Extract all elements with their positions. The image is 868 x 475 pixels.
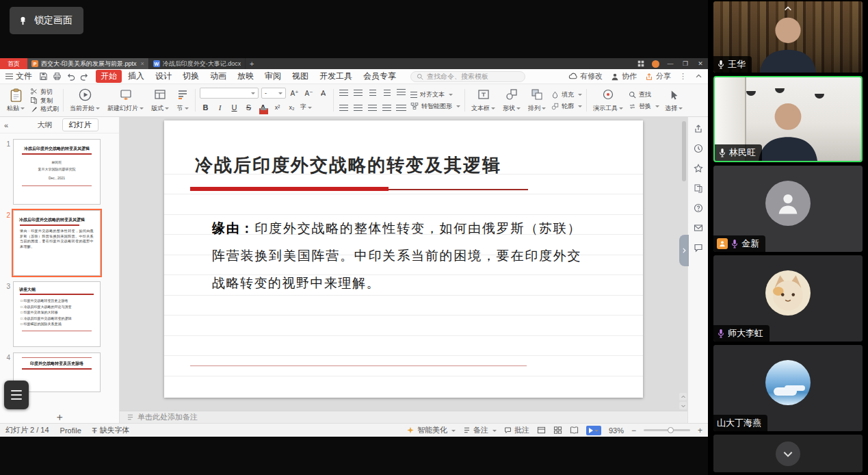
collapse-panel-icon[interactable]: « [4,121,8,129]
participant-tile-shandadinghaiyan[interactable]: 山大丁海燕 [713,345,863,431]
reading-view-icon[interactable] [570,426,579,435]
cut-button[interactable]: 剪切 [30,88,59,96]
participant-tile-shidalihong[interactable]: 师大李虹 [713,255,863,342]
numbered-list-button[interactable] [352,87,364,99]
convert-smartart-button[interactable]: 转智能图形 [410,102,460,110]
distribute-button[interactable] [395,102,407,114]
scroll-participants-down-button[interactable] [776,441,800,466]
expand-panel-handle[interactable] [679,235,689,266]
minimize-icon[interactable]: — [663,58,678,69]
close-icon[interactable]: ✕ [693,58,708,69]
increase-font-button[interactable]: A⁺ [289,88,300,99]
add-slide-button[interactable]: ＋ [55,411,65,422]
new-slide-button[interactable]: 新建幻灯片 [105,87,146,114]
font-color-button[interactable]: A [257,101,269,113]
star-icon[interactable] [694,164,703,173]
user-avatar[interactable] [652,60,659,68]
align-right-button[interactable] [367,102,378,114]
notes-toggle-button[interactable]: 备注 [463,425,497,435]
normal-view-icon[interactable] [537,426,546,435]
zoom-level[interactable]: 93% [609,426,624,435]
slide-thumbnail-3[interactable]: 3 讲座大纲 印度外交战略转变历史之脉络 冷战后印度大战略的辩论与演变 印度外交… [1,281,116,347]
menu-slideshow[interactable]: 放映 [233,70,259,83]
section-button[interactable]: 节 [174,87,191,114]
file-menu[interactable]: 文件 [5,70,32,82]
smart-beautify-button[interactable]: 智能美化 [406,425,456,435]
textbox-button[interactable]: 文本框 [469,87,497,114]
zoom-in-button[interactable]: + [698,426,702,435]
document-tab-pptx[interactable]: P 西交大-印美关系的发展与前景.pptx × [27,58,149,69]
menu-member[interactable]: 会员专享 [358,70,401,83]
print-icon[interactable] [53,72,62,81]
find-button[interactable]: 查找 [629,90,659,99]
menu-review[interactable]: 审阅 [260,70,286,83]
align-left-button[interactable] [338,102,350,114]
share-icon[interactable] [694,124,703,133]
previous-slide-button[interactable] [679,393,687,400]
italic-button[interactable]: I [214,101,226,113]
decrease-indent-button[interactable] [367,87,378,99]
shapes-button[interactable]: 形状 [501,87,523,114]
bullet-list-button[interactable] [338,87,350,99]
play-from-current-button[interactable]: 当前开始 [68,87,102,114]
redo-icon[interactable] [80,72,89,81]
text-tool-button[interactable]: 字 [300,101,312,113]
menu-view[interactable]: 视图 [287,70,313,83]
document-tab-docx[interactable]: W 冷战后印度外交-大事记.docx [149,58,246,69]
sync-status-button[interactable]: 有修改 [568,71,603,81]
menu-animation[interactable]: 动画 [205,70,231,83]
paste-button[interactable]: 粘贴 [5,87,27,114]
subscript-button[interactable]: x₂ [286,101,298,113]
font-size-select[interactable]: - [261,88,286,99]
line-spacing-button[interactable] [395,87,407,99]
font-name-select[interactable] [200,88,259,99]
justify-button[interactable] [381,102,393,114]
comments-toggle-button[interactable]: 批注 [504,425,529,435]
command-search-input[interactable]: 查找命令、搜索模板 [410,71,525,82]
undo-icon[interactable] [66,72,75,81]
next-slide-button[interactable] [679,402,687,409]
floating-menu-button[interactable] [4,381,29,409]
lock-screen-button[interactable]: 锁定画面 [10,7,83,34]
layout-button[interactable]: 版式 [149,87,171,114]
tab-slides[interactable]: 幻灯片 [62,118,98,131]
save-icon[interactable] [39,72,48,81]
strikethrough-button[interactable]: S [243,101,254,113]
menu-transition[interactable]: 切换 [178,70,204,83]
zoom-slider-thumb[interactable] [668,427,674,433]
mail-icon[interactable] [694,223,703,233]
slide-canvas[interactable]: 冷战后印度外交战略的转变及其逻辑 缘由：印度外交战略的整体性转变，如何由俄罗斯（… [120,117,687,423]
arrange-button[interactable]: 排列 [526,87,548,114]
notes-input[interactable]: 单击此处添加备注 [120,411,687,423]
tab-outline[interactable]: 大纲 [31,118,60,131]
wps-home-tab[interactable]: 首页 [0,58,27,69]
select-button[interactable]: 选择 [663,87,685,114]
menu-insert[interactable]: 插入 [123,70,149,83]
align-text-button[interactable]: 对齐文本 [410,90,460,99]
collapse-ribbon-icon[interactable] [695,73,702,80]
participant-tile-more[interactable] [713,435,863,472]
collapse-videos-icon[interactable] [782,2,793,14]
new-tab-button[interactable]: + [246,58,258,69]
underline-button[interactable]: U [228,101,240,113]
slide-thumbnail-2[interactable]: 2 冷战后印度外交战略的转变及其逻辑 缘由：印度外交战略的整体性转变，如何由俄罗… [1,210,116,276]
superscript-button[interactable]: x² [272,101,283,113]
slide-title-text[interactable]: 冷战后印度外交战略的转变及其逻辑 [195,153,501,177]
replace-button[interactable]: 替换 [629,102,659,110]
fill-button[interactable]: 填充 [551,90,582,99]
increase-indent-button[interactable] [381,87,393,99]
slide-thumbnail-1[interactable]: 1 冷战后印度外交战略的转变及其逻辑 林民旺 复旦大学国际问题研究院 Dec.,… [1,139,116,205]
presentation-tools-button[interactable]: 演示工具 [591,87,625,114]
slide-sorter-view-icon[interactable] [553,426,562,435]
zoom-slider[interactable] [644,429,690,431]
menu-home[interactable]: 开始 [96,70,122,83]
participant-tile-wanghua[interactable]: 王华 [713,1,863,73]
workspace-grid-icon[interactable] [633,58,648,69]
current-slide[interactable]: 冷战后印度外交战略的转变及其逻辑 缘由：印度外交战略的整体性转变，如何由俄罗斯（… [164,120,643,398]
format-painter-button[interactable]: 格式刷 [30,105,59,113]
clipboard-icon[interactable] [694,183,703,193]
slideshow-play-button[interactable] [586,426,601,435]
clear-format-button[interactable]: A [317,88,329,99]
participant-tile-jinxin[interactable]: 金新 [713,166,863,252]
theme-name[interactable]: Profile [60,426,81,435]
